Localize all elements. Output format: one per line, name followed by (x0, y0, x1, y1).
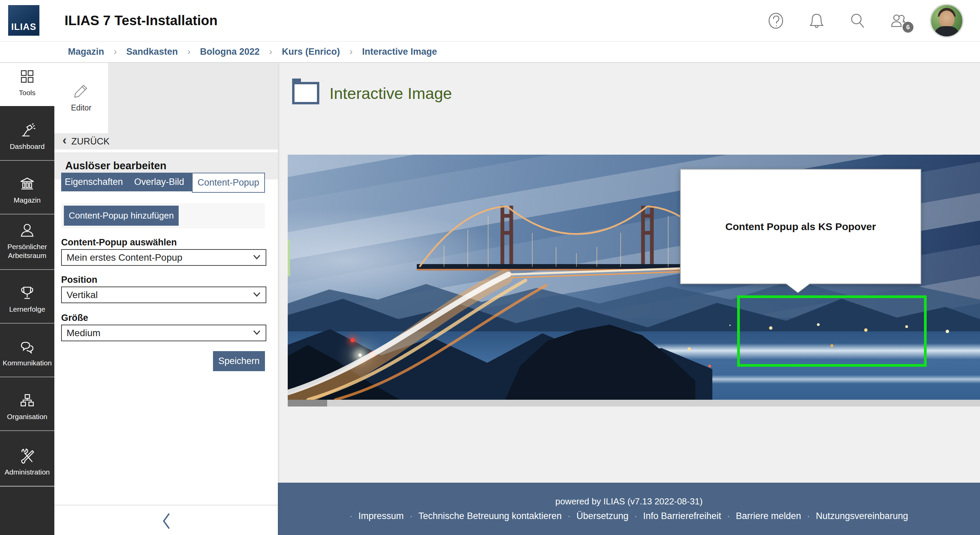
breadcrumb-kurs-enrico[interactable]: Kurs (Enrico) (282, 46, 340, 57)
avatar-face (939, 11, 955, 28)
tab-eigenschaften[interactable]: Eigenschaften (61, 172, 126, 192)
content-popup-popover: Content Popup als KS Popover (680, 169, 921, 284)
popover-arrow (785, 283, 810, 293)
scrollbar-thumb[interactable] (288, 400, 327, 407)
notifications-bell-icon[interactable] (807, 11, 826, 30)
breadcrumb-bologna-2022[interactable]: Bologna 2022 (200, 46, 260, 57)
page-title-row: Interactive Image (292, 82, 452, 104)
sidebar-item-tools[interactable]: Tools (0, 62, 54, 106)
main-sidebar: Tools Dashboard Magazin Persönlicher Ar­… (0, 62, 54, 535)
trigger-tabbar: Eigenschaften Overlay-Bild Content-Popup (61, 172, 265, 192)
trophy-icon (19, 284, 36, 302)
main-content: Interactive Image (278, 62, 980, 535)
tab-editor[interactable]: Editor (54, 62, 108, 133)
page-footer: powered by ILIAS (v7.13 2022-08-31) · Im… (278, 483, 980, 535)
footer-link-uebersetzung[interactable]: Übersetzung (576, 511, 628, 521)
trigger-highlight-rect[interactable] (737, 295, 927, 367)
sidebar-item-persoenlicher-arbeitsraum[interactable]: Persönlicher Ar­beitsraum (0, 214, 54, 269)
sidebar-item-label: Tools (17, 88, 37, 97)
position-select-value: Vertikal (67, 290, 253, 300)
panel-heading: Auslöser bearbeiten (65, 160, 167, 172)
breadcrumb-separator: › (187, 46, 190, 57)
groesse-select[interactable]: Medium (61, 324, 266, 341)
footer-separator: · (568, 512, 570, 521)
editor-side-panel: Editor ‹ ZURÜCK Auslöser bearbeiten Eige… (54, 62, 278, 535)
footer-link-nutzungsvereinbarung[interactable]: Nutzungsvereinbarung (816, 511, 908, 521)
breadcrumb: Magazin › Sandkasten › Bologna 2022 › Ku… (0, 41, 980, 63)
breadcrumb-interactive-image[interactable]: Interactive Image (362, 46, 437, 57)
sidebar-item-magazin[interactable]: Magazin (0, 161, 54, 214)
ilias-logo[interactable]: ILIAS (8, 5, 40, 36)
save-button[interactable]: Speichern (213, 351, 265, 371)
chevron-down-icon (253, 330, 261, 337)
tools-crossed-icon (19, 447, 36, 464)
content-popup-select[interactable]: Mein erstes Content-Popup (61, 249, 266, 266)
help-icon[interactable] (767, 11, 785, 30)
page-title: Interactive Image (329, 84, 452, 103)
avatar-suit (934, 26, 959, 38)
edge-trigger-marker[interactable] (288, 240, 290, 276)
add-popup-section: Content-Popup hinzufügen (61, 203, 265, 228)
breadcrumb-magazin[interactable]: Magazin (68, 46, 104, 57)
sidebar-item-label: Kommunikation (1, 359, 54, 367)
user-avatar[interactable] (930, 4, 964, 38)
content-popup-select-label: Content-Popup auswählen (61, 237, 177, 248)
chevron-down-icon (253, 254, 261, 261)
breadcrumb-separator: › (114, 46, 117, 57)
sidebar-item-lernerfolge[interactable]: Lernerfolge (0, 270, 54, 323)
sidebar-item-label: Lernerfolge (7, 305, 47, 314)
breadcrumb-separator: › (350, 46, 353, 57)
sidebar-item-label: Persönlicher Ar­beitsraum (0, 242, 54, 260)
add-content-popup-button[interactable]: Content-Popup hinzufügen (64, 206, 179, 226)
search-icon[interactable] (848, 11, 867, 30)
ilias-app: ILIAS ILIAS 7 Test-Installation (0, 0, 980, 535)
pencil-icon (73, 83, 89, 99)
groesse-label: Größe (61, 313, 88, 323)
sidebar-item-label: Administration (2, 468, 52, 476)
breadcrumb-sandkasten[interactable]: Sandkasten (126, 46, 178, 57)
content-popup-select-value: Mein erstes Content-Popup (67, 252, 253, 263)
top-header: ILIAS ILIAS 7 Test-Installation (0, 0, 980, 42)
back-button[interactable]: ‹ ZURÜCK (54, 133, 278, 150)
sidebar-item-label: Dashboard (8, 142, 47, 151)
footer-separator: · (635, 512, 637, 521)
sidebar-item-organisation[interactable]: Organisation (0, 377, 54, 430)
chevron-left-icon: ‹ (62, 133, 67, 147)
awareness-icon[interactable]: 6 (889, 11, 907, 30)
sidebar-item-label: Organisation (5, 412, 49, 421)
panel-divider (54, 505, 278, 505)
footer-link-barriere-melden[interactable]: Barriere melden (736, 511, 801, 521)
org-chart-icon (19, 392, 36, 409)
sidebar-item-administration[interactable]: Administration (0, 431, 54, 485)
popover-text: Content Popup als KS Popover (725, 221, 876, 233)
sidebar-item-label: Magazin (11, 196, 43, 204)
grid-icon (19, 68, 36, 85)
image-horizontal-scrollbar (288, 400, 980, 407)
position-label: Position (61, 275, 97, 285)
installation-title: ILIAS 7 Test-Installation (65, 13, 217, 28)
bank-icon (19, 176, 36, 192)
footer-separator: · (807, 512, 810, 521)
sidebar-item-kommunikation[interactable]: Kommunikation (0, 324, 54, 376)
groesse-select-value: Medium (67, 327, 253, 339)
footer-link-info-barrierefreiheit[interactable]: Info Barrierefreiheit (643, 511, 721, 521)
sidebar-item-dashboard[interactable]: Dashboard (0, 107, 54, 160)
footer-links: · Impressum · Technische Betreuung konta… (350, 511, 908, 521)
back-label: ZURÜCK (72, 136, 110, 147)
tab-content-popup[interactable]: Content-Popup (192, 172, 265, 193)
chevron-left-icon (160, 511, 173, 530)
awareness-badge: 6 (902, 22, 913, 33)
position-select[interactable]: Vertikal (61, 286, 266, 303)
footer-link-impressum[interactable]: Impressum (358, 511, 404, 521)
footer-link-technische-betreuung[interactable]: Technische Betreuung kontaktieren (418, 511, 562, 521)
footer-separator: · (350, 512, 352, 521)
chat-bubbles-icon (19, 338, 36, 355)
person-icon (19, 222, 36, 239)
collapse-panel-button[interactable] (160, 511, 173, 530)
editor-tab-label: Editor (71, 103, 91, 112)
chevron-down-icon (253, 292, 261, 299)
breadcrumb-separator: › (269, 46, 272, 57)
footer-separator: · (410, 512, 412, 521)
tab-overlay-bild[interactable]: Overlay-Bild (126, 172, 192, 192)
footer-separator: · (727, 512, 730, 521)
